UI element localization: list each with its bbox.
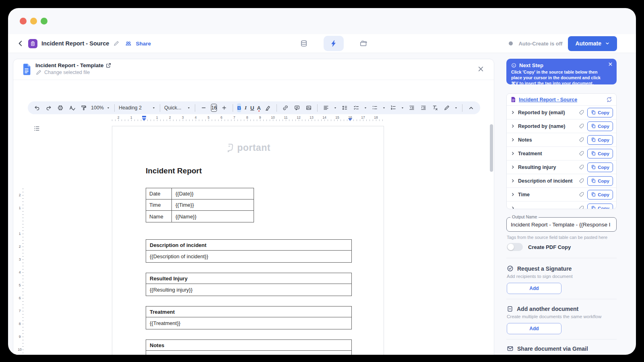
source-link[interactable]: Incident Report - Source: [519, 97, 603, 103]
document-scrollbar[interactable]: [490, 124, 493, 172]
dismiss-banner-icon[interactable]: [608, 62, 613, 67]
close-panel-icon[interactable]: [477, 66, 484, 72]
chevron-right-icon[interactable]: [511, 192, 515, 197]
share-icon[interactable]: [125, 40, 132, 47]
template-file-title: Incident Report - Template: [35, 62, 103, 68]
font-select[interactable]: Quick...: [164, 105, 191, 111]
hide-menus-icon[interactable]: [466, 103, 475, 112]
decrease-indent-icon[interactable]: [407, 103, 416, 112]
edit-title-icon[interactable]: [113, 40, 120, 47]
styles-select[interactable]: Heading 2: [119, 105, 156, 111]
align-icon[interactable]: [322, 103, 330, 112]
section-heading: Notes: [146, 340, 351, 351]
horizontal-ruler[interactable]: 21123456789101112131415161718: [13, 115, 494, 122]
add-comment-icon[interactable]: [293, 103, 301, 112]
share-button[interactable]: Share: [136, 41, 151, 47]
document-outline-icon[interactable]: [33, 125, 40, 132]
back-icon[interactable]: [17, 40, 24, 47]
highlight-color-icon[interactable]: [264, 103, 272, 112]
caret-down-icon[interactable]: [454, 106, 458, 110]
ruler-number: 16: [347, 115, 353, 119]
redo-icon[interactable]: [44, 103, 53, 112]
left-margin-marker[interactable]: [142, 118, 146, 121]
increase-indent-icon[interactable]: [419, 103, 428, 112]
line-spacing-icon[interactable]: [340, 103, 349, 112]
copy-button[interactable]: Copy: [587, 135, 613, 145]
paint-format-icon[interactable]: [79, 103, 88, 112]
insert-link-icon[interactable]: [281, 103, 290, 112]
tag-icon[interactable]: [578, 150, 584, 156]
chevron-right-icon[interactable]: [511, 151, 515, 156]
add-signature-button[interactable]: Add: [507, 283, 561, 294]
increase-font-size-icon[interactable]: [220, 103, 229, 112]
indent-marker[interactable]: [142, 116, 146, 117]
tag-icon[interactable]: [578, 178, 584, 184]
caret-down-icon: [106, 106, 110, 110]
tag-icon[interactable]: [578, 164, 584, 170]
underline-button[interactable]: U: [250, 103, 254, 112]
close-window-button[interactable]: [20, 18, 27, 25]
minimize-window-button[interactable]: [30, 18, 37, 25]
decrease-font-size-icon[interactable]: [199, 103, 208, 112]
tag-icon[interactable]: [578, 109, 584, 115]
chevron-right-icon[interactable]: [511, 138, 515, 142]
copy-button[interactable]: Copy: [587, 121, 613, 131]
ruler-number: 2: [17, 245, 22, 249]
bold-button[interactable]: B: [237, 103, 241, 112]
workflow-icon: [28, 39, 37, 48]
copy-button[interactable]: Copy: [587, 149, 613, 158]
open-external-icon[interactable]: [106, 63, 111, 68]
clear-formatting-icon[interactable]: [431, 103, 440, 112]
add-document-button[interactable]: Add: [507, 323, 561, 334]
checklist-icon[interactable]: [352, 103, 361, 112]
italic-button[interactable]: I: [244, 103, 248, 112]
field-label: Resulting injury: [518, 165, 576, 170]
insert-image-icon[interactable]: [304, 103, 313, 112]
chevron-right-icon[interactable]: [511, 165, 515, 169]
font-size-input[interactable]: 16: [211, 104, 217, 112]
row-label: Name: [146, 211, 172, 222]
ruler-number: 9: [17, 335, 22, 339]
zoom-window-button[interactable]: [41, 18, 47, 25]
zoom-select[interactable]: 100%: [91, 105, 110, 111]
automation-tab[interactable]: [324, 36, 344, 51]
chevron-right-icon[interactable]: [511, 206, 515, 209]
outputs-tab[interactable]: [353, 36, 374, 51]
field-row: Notes Copy: [507, 133, 616, 147]
tag-icon[interactable]: [578, 191, 584, 197]
copy-button[interactable]: Copy: [587, 176, 613, 186]
tag-icon[interactable]: [578, 137, 584, 143]
section-heading: Description of incident: [146, 240, 351, 251]
text-color-button[interactable]: A: [257, 103, 261, 112]
change-selected-file-link[interactable]: Change selected file: [44, 70, 90, 75]
numbered-list-icon[interactable]: [389, 103, 398, 112]
field-label: Notes: [518, 137, 576, 143]
create-pdf-toggle[interactable]: [507, 243, 523, 251]
field-label: Reported by (name): [518, 123, 576, 129]
caret-down-icon[interactable]: [363, 106, 367, 110]
caret-down-icon[interactable]: [382, 106, 386, 110]
source-tab[interactable]: [294, 36, 314, 51]
copy-button[interactable]: Copy: [587, 190, 613, 200]
chevron-right-icon[interactable]: [511, 110, 515, 115]
tag-icon[interactable]: [578, 123, 584, 129]
chevron-right-icon[interactable]: [511, 179, 515, 183]
sync-icon[interactable]: [606, 97, 612, 103]
editing-mode-icon[interactable]: [442, 103, 451, 112]
copy-button[interactable]: Copy: [587, 108, 613, 117]
chevron-right-icon[interactable]: [511, 124, 515, 128]
vertical-ruler[interactable]: 211234567891011121314: [17, 185, 25, 355]
print-icon[interactable]: [56, 103, 65, 112]
output-name-field[interactable]: Incident Report - Template - {{Response …: [506, 217, 617, 232]
document-page[interactable]: portant Incident Report Date {{Date}} Ti…: [112, 126, 384, 355]
spellcheck-icon[interactable]: [68, 103, 76, 112]
caret-down-icon[interactable]: [333, 106, 337, 110]
app-header: Incident Report - Source Share Auto-Crea…: [8, 34, 636, 53]
undo-icon[interactable]: [33, 103, 41, 112]
copy-button[interactable]: Copy: [587, 204, 613, 210]
tag-icon[interactable]: [578, 205, 584, 209]
automate-button[interactable]: Automate: [568, 36, 617, 51]
caret-down-icon[interactable]: [400, 106, 405, 110]
copy-button[interactable]: Copy: [587, 162, 613, 172]
bulleted-list-icon[interactable]: [370, 103, 379, 112]
